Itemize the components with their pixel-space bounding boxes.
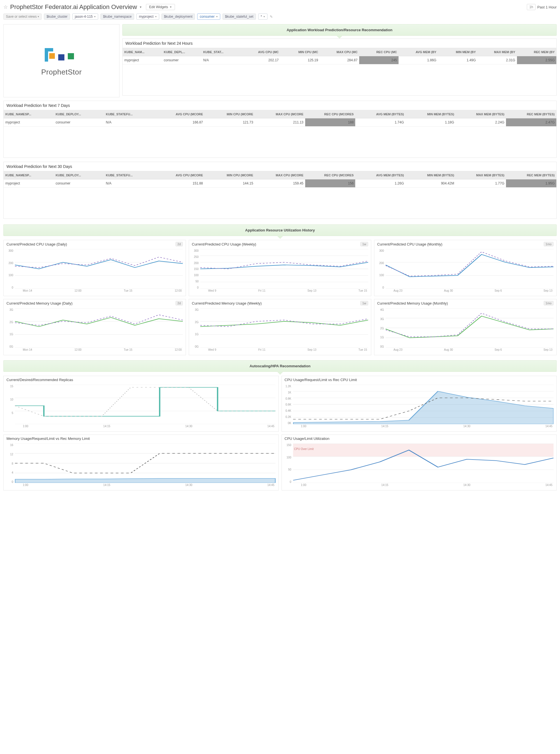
col-header[interactable]: MIN MEM (BYTES) xyxy=(405,110,456,118)
chevron-down-icon: ▾ xyxy=(155,15,157,18)
col-header[interactable]: MIN MEM (BY xyxy=(438,48,477,56)
edit-filters-icon[interactable]: ✎ xyxy=(270,15,273,19)
cell: 211.13 xyxy=(255,118,305,126)
col-header[interactable]: REC CPU (MCORES xyxy=(305,171,356,179)
cell: 125.19 xyxy=(280,56,320,64)
col-header[interactable]: AVG CPU (MCORE xyxy=(155,171,205,179)
table-row: myprojectconsumerN/A166.87121.73211.1318… xyxy=(4,118,556,126)
col-header[interactable]: AVG MEM (BY xyxy=(399,48,438,56)
x-axis: Wed 9Fri 11Sep 13Tue 15 xyxy=(200,288,368,292)
chart-area[interactable]: 3002001000 Aug 23Aug 30Sep 6Sep 13 xyxy=(374,248,556,296)
chart-area[interactable]: 3002001000 Mon 1412:00Tue 1512:00 xyxy=(4,248,186,296)
col-header[interactable]: REC CPU (MC xyxy=(359,48,399,56)
col-header[interactable]: REC CPU (MCORES xyxy=(305,110,356,118)
svg-rect-2 xyxy=(68,53,74,59)
chart-range-badge[interactable]: 1w xyxy=(360,301,368,305)
col-header[interactable]: KUBE_STATEFU... xyxy=(104,171,155,179)
cell: 1.74G xyxy=(355,118,405,126)
col-header[interactable]: MIN CPU (MCORE xyxy=(205,171,255,179)
chart-range-badge[interactable]: 1w xyxy=(360,242,368,246)
col-header[interactable]: MIN CPU (MC xyxy=(280,48,320,56)
table-30d-title: Workload Prediction for Next 30 Days xyxy=(4,162,556,171)
table-row: myprojectconsumerN/A202.17125.19284.8724… xyxy=(123,56,556,64)
time-short-pill[interactable]: 1h xyxy=(527,4,536,10)
kube-deployment-tag: $kube_deployment xyxy=(161,14,195,20)
col-header[interactable]: KUBE_NAMESP... xyxy=(4,110,54,118)
x-axis: Wed 9Fri 11Sep 13Tue 15 xyxy=(200,348,368,351)
section-banner-prediction: Application Workload Prediction/Resource… xyxy=(122,24,557,36)
chart-area[interactable]: 150100500 CPU Over Limit 1:0014:1514:301… xyxy=(282,442,557,490)
chart-mem_weekly: Current/Predicted Memory Usage (Weekly) … xyxy=(189,299,371,355)
col-header[interactable]: REC MEM (BY xyxy=(517,48,556,56)
edit-widgets-button[interactable]: Edit Widgets + xyxy=(146,4,175,10)
svg-rect-1 xyxy=(58,54,64,60)
cell: N/A xyxy=(201,56,241,64)
col-header[interactable]: KUBE_STAT... xyxy=(201,48,241,56)
col-header[interactable]: MIN CPU (MCORE xyxy=(205,110,255,118)
chart-range-badge[interactable]: 1mo xyxy=(544,301,554,305)
col-header[interactable]: MAX MEM (BY xyxy=(478,48,517,56)
title-chevron-icon[interactable]: ▾ xyxy=(140,5,141,9)
chart-title: Current/Predicted Memory Usage (Weekly) xyxy=(192,301,360,305)
kube-namespace-select[interactable]: myproject ▾ xyxy=(136,14,159,20)
table-7d-title: Workload Prediction for Next 7 Days xyxy=(4,101,556,110)
col-header[interactable]: REC MEM (BYTES) xyxy=(506,171,556,179)
chart-area[interactable]: 3G2G1G0G Mon 1412:00Tue 1512:00 xyxy=(4,307,186,355)
kube-statefulset-tag: $kube_stateful_set xyxy=(222,14,256,20)
table-30d-card: Workload Prediction for Next 30 Days KUB… xyxy=(3,162,557,219)
cell: 2.47G xyxy=(506,118,556,126)
col-header[interactable]: AVG CPU (MCORE xyxy=(155,110,205,118)
save-views-button[interactable]: Save or select views ▾ xyxy=(3,14,42,20)
cell: 159.45 xyxy=(255,179,305,188)
chart-title: Current/Desired/Recommended Replicas xyxy=(6,378,276,382)
cell: 2.55G xyxy=(517,56,556,64)
col-header[interactable]: MAX MEM (BYTES) xyxy=(456,110,506,118)
col-header[interactable]: AVG CPU (MC xyxy=(241,48,280,56)
chart-area[interactable]: 300250200150100500 Wed 9Fri 11Sep 13Tue … xyxy=(189,248,371,296)
col-header[interactable]: MIN MEM (BYTES) xyxy=(405,171,456,179)
col-header[interactable]: KUBE_DEPLOY... xyxy=(54,110,104,118)
star-icon[interactable]: ☆ xyxy=(3,4,8,10)
kube-deployment-select[interactable]: consumer ▾ xyxy=(197,14,220,20)
chart-area[interactable]: 1612840 1:0014:1514:3014:45 xyxy=(4,442,278,490)
chart-area[interactable]: 1.2K1K0.8K0.6K0.4K0.2K0K 1:0014:1514:301… xyxy=(282,384,557,431)
chart-area[interactable]: 4G3G2G1G0G Aug 23Aug 30Sep 6Sep 13 xyxy=(374,307,556,355)
chart-range-badge[interactable]: 2d xyxy=(176,301,183,305)
section-banner-history: Application Resource Utilization History xyxy=(3,224,557,236)
chart-area[interactable]: 3G2G1G0G Wed 9Fri 11Sep 13Tue 15 xyxy=(189,307,371,355)
cell: 144.15 xyxy=(205,179,255,188)
chart-range-badge[interactable]: 2d xyxy=(176,242,183,246)
cell: 166.87 xyxy=(155,118,205,126)
kube-cluster-select[interactable]: jason-4-115 ▾ xyxy=(72,14,98,20)
chart-replicas: Current/Desired/Recommended Replicas 151… xyxy=(3,376,279,432)
col-header[interactable]: KUBE_DEPLOY... xyxy=(54,171,104,179)
col-header[interactable]: KUBE_STATEFU... xyxy=(104,110,155,118)
chart-title: Memory Usage/Request/Limit vs Rec Memory… xyxy=(6,436,276,441)
svg-rect-47 xyxy=(293,444,554,457)
y-axis: 3G2G1G0G xyxy=(191,308,199,348)
time-range-label[interactable]: Past 1 Hour xyxy=(537,5,557,9)
kube-statefulset-select[interactable]: * ▾ xyxy=(258,14,268,20)
cell: 1.95G xyxy=(506,179,556,188)
col-header[interactable]: KUBE_NAM... xyxy=(123,48,162,56)
col-header[interactable]: MAX CPU (MC xyxy=(320,48,359,56)
col-header[interactable]: KUBE_NAMESP... xyxy=(4,171,54,179)
col-header[interactable]: AVG MEM (BYTES) xyxy=(355,171,405,179)
col-header[interactable]: MAX CPU (MCORE xyxy=(255,171,305,179)
table-24h: KUBE_NAM...KUBE_DEPL...KUBE_STAT...AVG C… xyxy=(123,48,556,64)
col-header[interactable]: REC MEM (BYTES) xyxy=(506,110,556,118)
chart-area[interactable]: 15105 1:0014:1514:3014:45 xyxy=(4,384,278,431)
cell: consumer xyxy=(162,56,201,64)
x-axis: 1:0014:1514:3014:45 xyxy=(293,483,554,487)
kube-statefulset-value: * xyxy=(261,15,262,19)
y-axis: 15105 xyxy=(5,385,13,425)
chart-range-badge[interactable]: 1mo xyxy=(544,242,554,246)
col-header[interactable]: MAX MEM (BYTES) xyxy=(456,171,506,179)
col-header[interactable]: KUBE_DEPL... xyxy=(162,48,201,56)
col-header[interactable]: MAX CPU (MCORE xyxy=(255,110,305,118)
chart-mem_daily: Current/Predicted Memory Usage (Daily) 2… xyxy=(3,299,186,355)
cell: 151.88 xyxy=(155,179,205,188)
table-7d: KUBE_NAMESP...KUBE_DEPLOY...KUBE_STATEFU… xyxy=(4,110,556,126)
col-header[interactable]: AVG MEM (BYTES) xyxy=(355,110,405,118)
chart-title: CPU Usage/Request/Limit vs Rec CPU Limit xyxy=(285,378,554,382)
